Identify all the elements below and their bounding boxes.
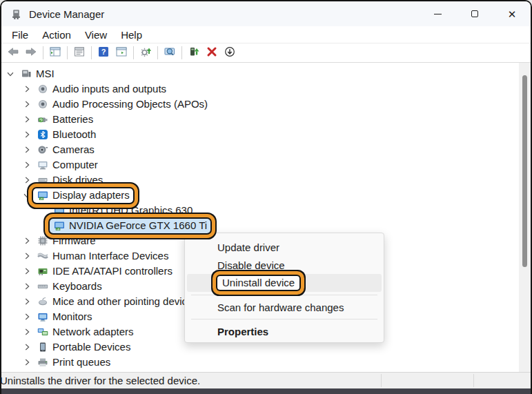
context-menu: Update driverDisable deviceUninstall dev… xyxy=(184,233,384,343)
tree-item-label: Keyboards xyxy=(52,279,102,293)
tree-item-content: Firmware xyxy=(33,234,99,248)
annotation-highlight: Uninstall device xyxy=(217,276,299,290)
tree-item-label: Monitors xyxy=(52,310,92,324)
tree-item[interactable]: Display adapters xyxy=(1,188,531,203)
context-menu-item-properties[interactable]: Properties xyxy=(187,322,382,340)
chevron-right-icon[interactable] xyxy=(21,311,33,322)
camera-icon xyxy=(37,144,48,155)
window-controls: ✕ xyxy=(419,1,531,26)
menu-file[interactable]: File xyxy=(5,29,35,41)
battery-icon xyxy=(37,114,48,125)
forward-toolbar-button[interactable] xyxy=(23,45,39,61)
context-menu-item-update-driver[interactable]: Update driver xyxy=(187,238,382,256)
device-manager-app-icon xyxy=(10,8,22,20)
chevron-down-icon[interactable] xyxy=(4,68,17,79)
tree-item[interactable]: MSI xyxy=(1,66,531,81)
disable-toolbar-button[interactable] xyxy=(221,45,238,61)
scrollbar-thumb[interactable] xyxy=(522,75,527,267)
title-bar: Device Manager ✕ xyxy=(1,1,531,26)
tree-item[interactable]: Audio Processing Objects (APOs) xyxy=(1,97,531,112)
console-tree-icon xyxy=(50,46,61,60)
window-title: Device Manager xyxy=(29,8,104,20)
chevron-right-icon[interactable] xyxy=(21,114,33,125)
toolbar-separator xyxy=(133,46,134,59)
close-button[interactable]: ✕ xyxy=(493,1,531,26)
keyboard-icon xyxy=(37,281,48,292)
context-menu-separator xyxy=(191,295,377,295)
chevron-right-icon[interactable] xyxy=(21,99,33,110)
uninstall-toolbar-button[interactable] xyxy=(204,45,220,61)
tree-item[interactable]: Cameras xyxy=(1,142,531,157)
tree-item-content: Batteries xyxy=(33,112,97,127)
tree-item[interactable]: NVIDIA GeForce GTX 1660 Ti xyxy=(1,218,531,233)
context-menu-item-label: Scan for hardware changes xyxy=(217,302,344,313)
chevron-right-icon[interactable] xyxy=(21,326,33,337)
tree-item-label: Computer xyxy=(52,158,98,172)
menu-view[interactable]: View xyxy=(78,29,114,41)
tree-item[interactable]: Audio inputs and outputs xyxy=(1,81,531,97)
uninstall-icon xyxy=(206,46,217,60)
tree-item[interactable]: Computer xyxy=(1,157,531,173)
tree-item-label: Batteries xyxy=(52,112,93,126)
maximize-button[interactable] xyxy=(456,1,493,26)
minimize-button[interactable] xyxy=(419,1,456,26)
tree-item-label: Mice and other pointing devices xyxy=(52,295,198,308)
tree-item[interactable]: Print queues xyxy=(1,355,531,370)
chevron-right-icon[interactable] xyxy=(21,175,33,186)
context-menu-separator xyxy=(191,319,377,319)
tree-item-content: Keyboards xyxy=(33,279,106,294)
forward-icon xyxy=(26,46,37,60)
chevron-right-icon[interactable] xyxy=(21,144,33,155)
chevron-right-icon[interactable] xyxy=(21,281,33,292)
help-toolbar-button[interactable]: ? xyxy=(95,45,112,61)
menu-bar: FileActionViewHelp xyxy=(1,26,531,43)
tree-item-label: Firmware xyxy=(52,234,96,248)
ide-icon xyxy=(37,266,48,277)
chevron-right-icon[interactable] xyxy=(21,235,33,246)
chevron-right-icon[interactable] xyxy=(21,266,33,277)
tree-item-content: Human Interface Devices xyxy=(33,249,172,264)
tree-item[interactable]: Intel(R) UHD Graphics 630 xyxy=(1,203,531,218)
properties-icon xyxy=(74,46,85,60)
chevron-down-icon[interactable] xyxy=(21,190,33,201)
back-toolbar-button[interactable] xyxy=(5,45,21,61)
tree-item-label: IDE ATA/ATAPI controllers xyxy=(52,264,173,278)
menu-action[interactable]: Action xyxy=(35,29,78,41)
display-icon xyxy=(53,205,65,216)
toolbar-separator xyxy=(91,46,92,59)
tree-item-label: NVIDIA GeForce GTX 1660 Ti xyxy=(69,219,207,233)
action-pane-toolbar-button[interactable] xyxy=(113,45,130,61)
chevron-right-icon[interactable] xyxy=(21,296,33,307)
chevron-right-icon[interactable] xyxy=(21,129,33,140)
search-computer-toolbar-button[interactable] xyxy=(161,45,178,61)
context-menu-item-label: Disable device xyxy=(217,259,285,271)
properties-toolbar-button[interactable] xyxy=(71,45,88,61)
tree-item-label: Print queues xyxy=(52,355,110,369)
tree-item[interactable]: Bluetooth xyxy=(1,127,531,142)
update-driver-toolbar-button[interactable] xyxy=(186,45,202,61)
menu-help[interactable]: Help xyxy=(114,29,149,41)
vertical-scrollbar[interactable] xyxy=(519,63,531,372)
toolbar-separator xyxy=(157,46,158,59)
scan-hardware-icon xyxy=(140,46,151,60)
console-tree-toolbar-button[interactable] xyxy=(47,45,63,61)
context-menu-item-disable-device[interactable]: Disable device xyxy=(187,256,382,274)
tree-item-label: Disk drives xyxy=(52,173,103,187)
context-menu-item-uninstall-device[interactable]: Uninstall device xyxy=(187,274,382,292)
context-menu-item-scan-for-hardware-changes[interactable]: Scan for hardware changes xyxy=(187,298,382,316)
chevron-right-icon[interactable] xyxy=(21,250,33,262)
chevron-right-icon[interactable] xyxy=(21,357,33,368)
speaker-icon xyxy=(37,99,48,110)
tree-item[interactable]: Disk drives xyxy=(1,173,531,188)
back-icon xyxy=(8,46,19,60)
tree-item-label: Audio inputs and outputs xyxy=(52,82,166,96)
scan-hardware-toolbar-button[interactable] xyxy=(137,45,154,61)
status-separator xyxy=(381,374,382,387)
chevron-right-icon[interactable] xyxy=(21,342,33,353)
tree-item[interactable]: Batteries xyxy=(1,112,531,127)
bluetooth-icon xyxy=(37,129,48,140)
chevron-right-icon[interactable] xyxy=(21,83,33,95)
chevron-right-icon[interactable] xyxy=(21,159,33,170)
toolbar-separator xyxy=(181,46,182,59)
network-icon xyxy=(37,326,48,337)
